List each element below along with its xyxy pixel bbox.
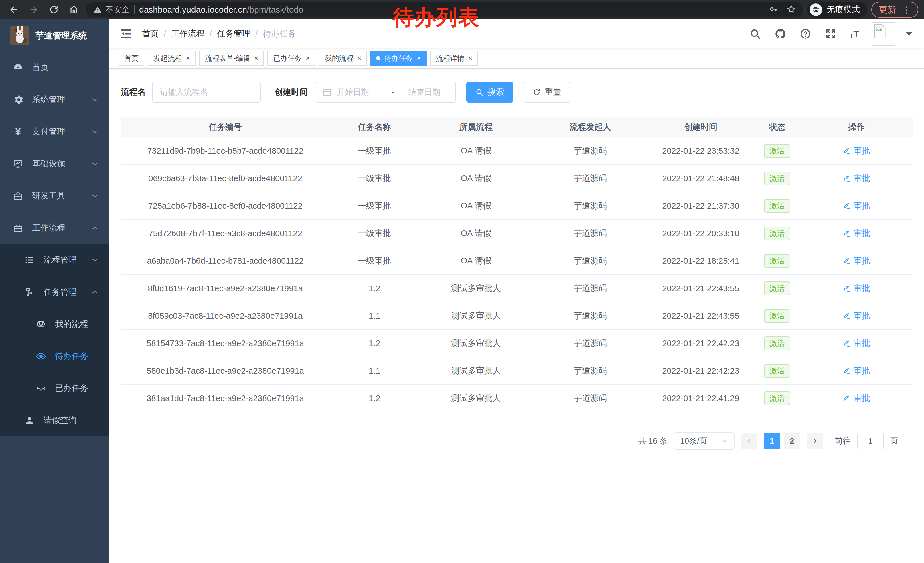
- sidebar-item-payment[interactable]: ¥支付管理: [0, 116, 110, 148]
- goto-page-input[interactable]: [857, 433, 884, 449]
- home-icon[interactable]: [66, 2, 82, 18]
- insecure-warning[interactable]: 不安全: [93, 4, 129, 15]
- sidebar-item-leave-query[interactable]: 请假查询: [0, 404, 110, 437]
- action-cell: 审批: [800, 200, 912, 212]
- approve-link[interactable]: 审批: [843, 145, 870, 157]
- sidebar-item-process-mgmt[interactable]: 流程管理: [0, 244, 110, 276]
- page-button-2[interactable]: 2: [784, 433, 800, 449]
- task-name-cell: 一级审批: [330, 145, 419, 157]
- sidebar-item-devtools[interactable]: 研发工具: [0, 180, 110, 212]
- warning-icon: [93, 6, 102, 14]
- date-separator: -: [392, 88, 394, 97]
- action-cell: 审批: [800, 283, 912, 294]
- user-icon: [24, 415, 35, 426]
- status-badge: 激活: [764, 336, 790, 350]
- approve-link[interactable]: 审批: [843, 310, 870, 321]
- page-button-1[interactable]: 1: [764, 433, 780, 449]
- start-date-placeholder: 开始日期: [337, 87, 386, 98]
- sidebar-item-label: 任务管理: [44, 286, 77, 298]
- create-time-cell: 2022-01-21 22:43:55: [648, 311, 754, 321]
- update-button[interactable]: 更新 ⋮: [872, 2, 918, 18]
- table-header-cell: 任务编号: [121, 122, 330, 133]
- tab-流程表单-编辑[interactable]: 流程表单-编辑×: [199, 51, 264, 66]
- bookmark-star-icon[interactable]: [787, 5, 796, 15]
- breadcrumb-item[interactable]: 任务管理: [217, 28, 250, 39]
- action-cell: 审批: [800, 365, 912, 377]
- reset-button[interactable]: 重置: [524, 82, 570, 102]
- sidebar-item-done-task[interactable]: 已办任务: [0, 372, 110, 404]
- approve-link[interactable]: 审批: [843, 393, 870, 404]
- sidebar-item-my-process[interactable]: 我的流程: [0, 308, 110, 340]
- font-size-icon[interactable]: TT: [850, 29, 859, 39]
- tab-close-icon[interactable]: ×: [468, 55, 472, 62]
- tab-首页[interactable]: 首页: [118, 51, 144, 66]
- flow-icon: [24, 287, 35, 297]
- status-cell: 激活: [754, 227, 800, 240]
- create-time-cell: 2022-01-21 22:43:55: [648, 284, 754, 293]
- process-name-input[interactable]: [152, 82, 261, 102]
- approve-link[interactable]: 审批: [843, 173, 870, 184]
- date-range-picker[interactable]: 开始日期 - 结束日期: [316, 82, 456, 102]
- sidebar-collapse-icon[interactable]: [120, 27, 132, 40]
- search-button-icon: [476, 88, 483, 96]
- page-size-select[interactable]: 10条/页: [674, 432, 735, 450]
- sidebar-item-todo-task[interactable]: 待办任务: [0, 340, 110, 372]
- tab-close-icon[interactable]: ×: [417, 55, 421, 62]
- sidebar-item-infra[interactable]: 基础设施: [0, 148, 110, 180]
- table-row: 069c6a63-7b8a-11ec-8ef0-acde48001122一级审批…: [121, 165, 912, 192]
- fullscreen-icon[interactable]: [824, 27, 837, 40]
- logo-row[interactable]: 芋道管理系统: [0, 20, 110, 51]
- reload-icon[interactable]: [46, 2, 62, 18]
- tab-已办任务[interactable]: 已办任务×: [267, 51, 315, 66]
- approve-link[interactable]: 审批: [843, 338, 870, 349]
- sidebar-item-workflow[interactable]: 工作流程: [0, 212, 110, 244]
- approve-link[interactable]: 审批: [843, 365, 870, 377]
- status-cell: 激活: [754, 336, 800, 350]
- back-icon[interactable]: [6, 2, 22, 18]
- breadcrumb-item[interactable]: 首页: [142, 28, 159, 39]
- sidebar-item-label: 我的流程: [55, 318, 88, 330]
- sidebar-item-label: 系统管理: [32, 94, 65, 105]
- yen-icon: ¥: [13, 126, 24, 137]
- tab-label: 流程表单-编辑: [205, 54, 250, 63]
- tab-close-icon[interactable]: ×: [254, 55, 258, 62]
- search-icon[interactable]: [749, 27, 761, 40]
- breadcrumb-item: 待办任务: [263, 28, 296, 39]
- prev-page-button[interactable]: [741, 433, 758, 449]
- approve-link[interactable]: 审批: [843, 255, 870, 267]
- tab-发起流程[interactable]: 发起流程×: [148, 51, 196, 66]
- tab-待办任务[interactable]: 待办任务×: [370, 51, 426, 66]
- table-header-cell: 创建时间: [648, 122, 754, 133]
- browser-menu-icon[interactable]: ⋮: [902, 5, 911, 15]
- incognito-label: 无痕模式: [826, 4, 860, 15]
- sidebar-item-task-mgmt[interactable]: 任务管理: [0, 276, 110, 308]
- breadcrumb-separator: /: [210, 29, 212, 39]
- tab-close-icon[interactable]: ×: [186, 55, 190, 62]
- next-page-button[interactable]: [807, 433, 823, 449]
- search-button[interactable]: 搜索: [466, 82, 513, 102]
- table-row: 8f0d1619-7ac8-11ec-a9e2-a2380e71991a1.2测…: [121, 275, 912, 302]
- sidebar-item-label: 工作流程: [32, 222, 65, 234]
- sidebar-item-system[interactable]: 系统管理: [0, 84, 110, 116]
- avatar[interactable]: [872, 22, 896, 45]
- github-icon[interactable]: [774, 27, 787, 40]
- app-title: 芋道管理系统: [36, 30, 87, 42]
- tab-流程详情[interactable]: 流程详情×: [430, 51, 478, 66]
- tab-close-icon[interactable]: ×: [306, 55, 310, 62]
- face-icon: [36, 319, 46, 330]
- password-key-icon[interactable]: [769, 5, 778, 15]
- avatar-caret-icon[interactable]: [906, 32, 912, 36]
- breadcrumb-item[interactable]: 工作流程: [171, 28, 204, 39]
- starter-cell: 芋道源码: [533, 283, 648, 294]
- starter-cell: 芋道源码: [533, 145, 648, 157]
- tab-close-icon[interactable]: ×: [357, 55, 361, 62]
- action-cell: 审批: [800, 173, 912, 185]
- tab-我的流程[interactable]: 我的流程×: [319, 51, 367, 66]
- approve-link[interactable]: 审批: [843, 228, 870, 239]
- help-icon[interactable]: [799, 27, 812, 40]
- forward-icon[interactable]: [26, 2, 42, 18]
- action-cell: 审批: [800, 338, 912, 349]
- approve-link[interactable]: 审批: [843, 200, 870, 212]
- sidebar-item-home[interactable]: 首页: [0, 51, 110, 84]
- approve-link[interactable]: 审批: [843, 283, 870, 294]
